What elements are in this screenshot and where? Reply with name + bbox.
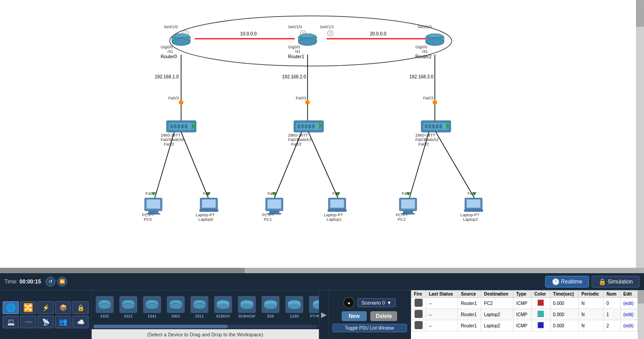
sw1-type-label: 2960-24TT <box>288 133 308 137</box>
svg-rect-85 <box>467 199 481 207</box>
switch1[interactable] <box>294 120 323 132</box>
reset-timer-button[interactable]: ↺ <box>46 277 55 287</box>
device-829[interactable]: 829 <box>259 292 282 322</box>
realtime-label: Realtime <box>561 279 582 285</box>
workspace: 10.0.0.0 20.0.0.0 Se0/1/0 Se0/1/0 Se0/1/… <box>0 0 635 269</box>
device-category-connections[interactable]: 〰️ <box>20 316 36 328</box>
device-4321[interactable]: 4321 <box>117 292 140 322</box>
device-4331[interactable]: 4331 <box>93 292 116 322</box>
router0[interactable] <box>172 34 191 45</box>
pdu-edit-link[interactable]: (edit) <box>620 309 637 320</box>
pdu-col-color: Color <box>531 291 550 298</box>
subnet1-label: 192.168.2.0 <box>282 74 306 79</box>
sw0-type-label: 2960-24TT <box>161 133 181 137</box>
pdu-col-periodic: Periodic <box>579 291 604 298</box>
svg-rect-36 <box>185 124 187 129</box>
svg-point-11 <box>172 38 191 45</box>
svg-point-100 <box>169 304 182 309</box>
pc1[interactable] <box>266 198 283 215</box>
device-category-switches[interactable]: 🔀 <box>20 301 36 314</box>
fast-forward-button[interactable]: ⏩ <box>57 277 67 287</box>
simulation-button[interactable]: 🔒 Simulation <box>592 276 640 288</box>
realtime-icon: 🕐 <box>552 278 559 285</box>
device-category-hubs[interactable]: ⚡ <box>38 301 54 314</box>
scenario-circle-icon: ● <box>343 297 355 309</box>
pdu-edit-link[interactable]: (edit) <box>620 320 637 331</box>
link-label-1: 10.0.0.0 <box>240 31 257 36</box>
laptop0-type-label: Laptop-PT <box>195 213 215 217</box>
device-category-multiuser[interactable]: 👥 <box>55 316 71 328</box>
switch2[interactable] <box>421 120 451 132</box>
device-category-security[interactable]: 🔒 <box>72 301 89 314</box>
subnet0-label: 192.168.1.0 <box>155 74 179 79</box>
pc2[interactable] <box>399 198 417 215</box>
svg-point-97 <box>146 304 158 309</box>
device-category-misc[interactable]: 📡 <box>38 316 54 328</box>
simulation-icon: 🔒 <box>598 278 606 285</box>
scenario-dropdown[interactable]: Scenario 0 ▼ <box>357 298 395 307</box>
r1-port41-label: /41 <box>295 49 301 54</box>
pdu-fire-icon[interactable] <box>415 321 423 329</box>
laptop0[interactable] <box>199 198 219 212</box>
router1[interactable] <box>298 34 317 45</box>
pdu-color-swatch <box>538 311 544 317</box>
timer-row: Time: 00:00:15 ↺ ⏩ 🕐 Realtime 🔒 Simulati… <box>0 273 644 290</box>
pc0-name-label: PC0 <box>144 217 152 222</box>
device-pt-router[interactable]: PT-Router <box>307 292 319 322</box>
device-1941[interactable]: 1941 <box>141 292 163 322</box>
pdu-table: Fire Last Status Source Destination Type… <box>411 290 638 331</box>
device-1240[interactable]: 1240 <box>283 292 305 322</box>
laptop1[interactable] <box>327 198 347 212</box>
pdu-fire-icon[interactable] <box>415 299 423 307</box>
switch0[interactable] <box>166 120 196 132</box>
device-category-wireless[interactable]: 📦 <box>55 301 71 314</box>
device-type-list: 4331 4321 1941 <box>92 290 319 324</box>
laptop2[interactable] <box>464 198 483 212</box>
expand-arrow[interactable]: ▶ <box>321 310 326 319</box>
svg-rect-42 <box>305 124 308 129</box>
device-819hgw[interactable]: 819HGW <box>236 292 258 322</box>
laptop1-name-label: Laptop1 <box>326 217 341 222</box>
toggle-pdu-button[interactable]: Toggle PDU List Window <box>332 324 407 332</box>
delete-button[interactable]: Delete <box>370 311 397 321</box>
pdu-fire-icon[interactable] <box>415 310 423 318</box>
pc2-type-label: PC-PT <box>396 213 408 217</box>
svg-rect-67 <box>147 199 161 208</box>
device-category-cloud[interactable]: ☁️ <box>72 316 89 328</box>
svg-rect-81 <box>401 199 415 208</box>
pc0[interactable] <box>145 198 162 215</box>
svg-rect-44 <box>312 124 315 129</box>
svg-point-109 <box>241 304 253 309</box>
device-category-routers[interactable]: 🌐 <box>3 301 19 314</box>
svg-rect-71 <box>202 199 216 207</box>
r0-port41-label: /41 <box>167 49 173 54</box>
svg-rect-74 <box>267 199 281 208</box>
r2-serial-label: Se0/1/0 <box>418 25 432 29</box>
r0-serial-label: Se0/1/0 <box>164 25 178 29</box>
svg-rect-79 <box>327 209 347 212</box>
right-scrollbar[interactable] <box>636 0 644 273</box>
timeline-bar[interactable] <box>0 268 644 273</box>
pc1-type-label: PC-PT <box>262 213 275 217</box>
router2[interactable] <box>426 34 444 45</box>
device-2901[interactable]: 2901 <box>165 292 187 322</box>
sw2-fa03-label: Fa0/3 <box>423 96 433 100</box>
realtime-button[interactable]: 🕐 Realtime <box>545 276 589 288</box>
svg-line-59 <box>436 132 474 198</box>
svg-point-106 <box>217 304 229 309</box>
pdu-color-swatch <box>538 300 544 306</box>
r2-port41-label: /41 <box>422 49 428 54</box>
pdu-col-edit: Edit <box>620 291 637 298</box>
device-819iox[interactable]: 819IOX <box>212 292 234 322</box>
sw1-fa03-label: Fa0/3 <box>296 96 306 100</box>
device-category-pcs[interactable]: 💻 <box>3 316 19 328</box>
new-button[interactable]: New <box>342 311 367 321</box>
svg-text:⏱: ⏱ <box>329 32 332 35</box>
r1-gig-label: Gig0/0 <box>288 45 300 49</box>
device-2911[interactable]: 2911 <box>188 292 211 322</box>
svg-rect-43 <box>309 124 311 129</box>
svg-rect-33 <box>174 124 177 129</box>
pdu-edit-link[interactable]: (edit) <box>620 298 637 309</box>
laptop1-type-label: Laptop-PT <box>324 213 343 217</box>
laptop1-fa0-label: Fa0 <box>333 191 340 196</box>
